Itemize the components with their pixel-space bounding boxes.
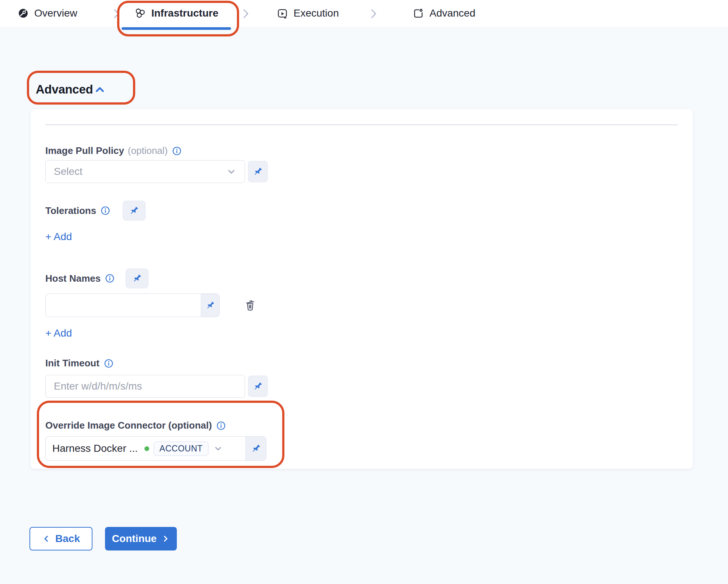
image-pull-policy-select[interactable]: Select bbox=[45, 160, 245, 183]
tab-infrastructure[interactable]: Infrastructure bbox=[122, 0, 231, 27]
field-override-image-connector: Override Image Connector (optional) Harn… bbox=[45, 420, 266, 461]
advanced-section-title: Advanced bbox=[36, 82, 93, 96]
advanced-icon bbox=[413, 8, 424, 19]
tab-execution[interactable]: Execution bbox=[277, 0, 339, 27]
tab-label: Advanced bbox=[430, 7, 476, 19]
init-timeout-input[interactable] bbox=[45, 375, 245, 398]
runtime-input-pin-button[interactable] bbox=[201, 294, 219, 317]
tab-label: Infrastructure bbox=[151, 7, 218, 19]
override-image-connector-select[interactable]: Harness Docker ... ACCOUNT bbox=[46, 437, 245, 460]
infrastructure-icon bbox=[134, 7, 146, 19]
info-icon[interactable] bbox=[104, 359, 113, 368]
connector-scope-badge: ACCOUNT bbox=[154, 441, 209, 456]
add-host-name-link[interactable]: + Add bbox=[45, 327, 72, 339]
runtime-input-pin-button[interactable] bbox=[245, 437, 266, 460]
chevron-right-separator-icon bbox=[111, 8, 122, 19]
chevron-left-icon bbox=[42, 534, 51, 543]
field-label: Image Pull Policy bbox=[45, 145, 124, 156]
field-host-names: Host Names bbox=[45, 268, 678, 339]
host-name-input-group bbox=[45, 293, 220, 317]
runtime-input-pin-button[interactable] bbox=[123, 201, 146, 221]
chevron-right-separator-icon bbox=[368, 8, 379, 19]
info-icon[interactable] bbox=[105, 274, 115, 283]
connector-select-group: Harness Docker ... ACCOUNT bbox=[45, 436, 266, 461]
select-placeholder: Select bbox=[54, 166, 226, 177]
continue-label: Continue bbox=[112, 533, 157, 545]
runtime-input-pin-button[interactable] bbox=[248, 161, 268, 182]
tab-advanced[interactable]: Advanced bbox=[413, 0, 476, 27]
stage-tabs-bar: Overview Infrastructure bbox=[0, 0, 728, 27]
chevron-right-icon bbox=[161, 534, 170, 543]
chevron-down-icon bbox=[213, 444, 223, 453]
execution-icon bbox=[277, 8, 288, 19]
connector-name: Harness Docker ... bbox=[52, 443, 138, 454]
continue-button[interactable]: Continue bbox=[105, 527, 177, 550]
chevron-right-separator-icon bbox=[240, 8, 251, 19]
field-image-pull-policy: Image Pull Policy (optional) Select bbox=[45, 145, 678, 183]
optional-suffix: (optional) bbox=[128, 145, 168, 156]
advanced-settings-card: Image Pull Policy (optional) Select bbox=[31, 109, 693, 469]
runtime-input-pin-button[interactable] bbox=[126, 268, 148, 288]
info-icon[interactable] bbox=[101, 206, 110, 215]
wizard-footer: Back Continue bbox=[29, 527, 728, 550]
infrastructure-stage-content: Advanced Image Pull Policy (optional) bbox=[0, 27, 728, 550]
chevron-down-icon bbox=[226, 166, 237, 177]
tab-overview[interactable]: Overview bbox=[18, 0, 77, 27]
field-init-timeout: Init Timeout bbox=[45, 358, 678, 398]
connector-status-dot bbox=[144, 446, 149, 451]
tab-label: Overview bbox=[34, 7, 77, 19]
card-divider bbox=[45, 124, 678, 125]
host-name-input[interactable] bbox=[46, 294, 201, 317]
back-label: Back bbox=[55, 533, 80, 545]
info-icon[interactable] bbox=[172, 146, 182, 156]
field-label: Host Names bbox=[45, 273, 101, 284]
overview-icon bbox=[18, 8, 29, 19]
runtime-input-pin-button[interactable] bbox=[248, 376, 268, 397]
field-label: Override Image Connector (optional) bbox=[45, 420, 212, 431]
field-label: Init Timeout bbox=[45, 358, 99, 369]
info-icon[interactable] bbox=[216, 421, 226, 430]
tab-label: Execution bbox=[294, 7, 339, 19]
trash-icon[interactable] bbox=[244, 298, 256, 313]
field-label: Tolerations bbox=[45, 205, 96, 217]
back-button[interactable]: Back bbox=[29, 527, 92, 550]
chevron-up-icon bbox=[94, 84, 106, 95]
add-toleration-link[interactable]: + Add bbox=[45, 231, 72, 243]
advanced-section-toggle[interactable]: Advanced bbox=[36, 82, 106, 96]
field-tolerations: Tolerations + Add bbox=[45, 201, 678, 243]
